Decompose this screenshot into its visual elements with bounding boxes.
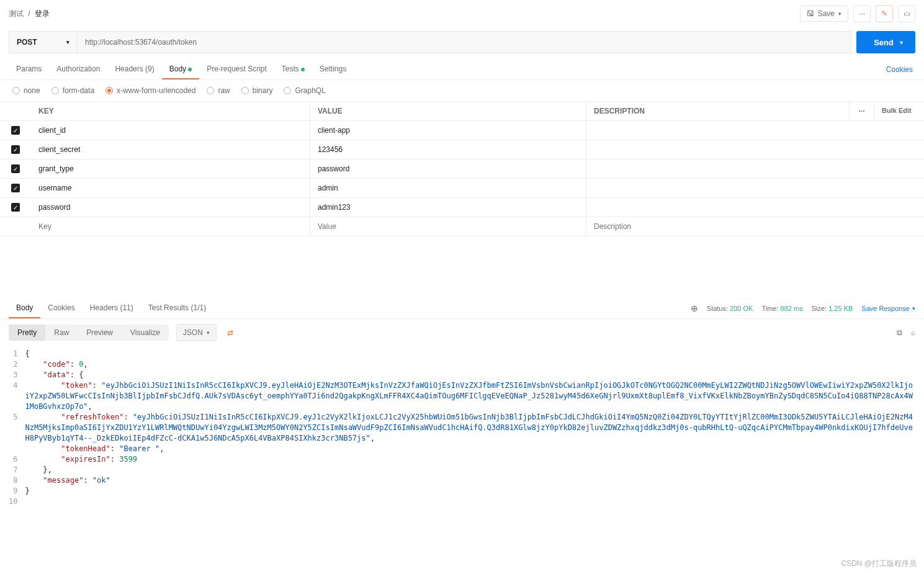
tab-settings[interactable]: Settings	[312, 60, 354, 79]
format-select[interactable]: JSON ▾	[176, 324, 217, 341]
tab-params[interactable]: Params	[9, 60, 49, 79]
table-row[interactable]: ✓client_idclient-app	[0, 121, 924, 140]
params-table: KEY VALUE DESCRIPTION ··· Bulk Edit ✓cli…	[0, 101, 924, 236]
cell-desc[interactable]	[586, 140, 924, 159]
checkbox[interactable]: ✓	[11, 164, 20, 173]
breadcrumb-sep: /	[28, 9, 30, 18]
cookies-link[interactable]: Cookies	[884, 60, 915, 79]
chevron-down-icon: ▾	[838, 11, 841, 17]
method-select[interactable]: POST ▾	[9, 31, 77, 53]
radio-label: x-www-form-urlencoded	[117, 86, 195, 95]
tab-headers-label: Headers	[115, 65, 143, 73]
resp-headers-count: (11)	[120, 303, 133, 312]
cell-value[interactable]: admin	[310, 179, 586, 197]
cell-value[interactable]: client-app	[310, 121, 586, 140]
col-more[interactable]: ···	[850, 102, 874, 120]
resp-tab-body[interactable]: Body	[9, 298, 40, 318]
breadcrumb-current[interactable]: 登录	[35, 9, 50, 18]
radio-label: form-data	[63, 86, 94, 95]
comment-button[interactable]: ▭	[898, 5, 915, 22]
cell-desc[interactable]	[586, 159, 924, 178]
body-formdata[interactable]: form-data	[52, 86, 94, 95]
chevron-down-icon: ▾	[900, 39, 903, 46]
bulk-edit[interactable]: Bulk Edit	[874, 102, 924, 120]
search-icon[interactable]: ⌕	[911, 328, 915, 337]
globe-icon[interactable]: ⊕	[691, 303, 698, 313]
view-raw[interactable]: Raw	[45, 325, 78, 341]
wrap-button[interactable]: ⇄	[222, 324, 239, 341]
save-button[interactable]: 🖫 Save ▾	[800, 6, 848, 22]
time: Time: 882 ms	[761, 305, 802, 312]
body-graphql[interactable]: GraphQL	[284, 86, 325, 95]
chevron-down-icon: ▾	[207, 330, 210, 336]
cell-key[interactable]: grant_type	[31, 159, 310, 178]
tab-body-label: Body	[169, 65, 186, 73]
save-icon: 🖫	[807, 9, 814, 18]
radio-icon	[52, 87, 59, 94]
view-pretty[interactable]: Pretty	[9, 325, 45, 341]
resp-tests-count: (1/1)	[191, 303, 206, 312]
table-row[interactable]: ✓grant_typepassword	[0, 159, 924, 179]
radio-label: none	[24, 86, 40, 95]
radio-icon	[241, 87, 249, 94]
cell-value[interactable]: 123456	[310, 140, 586, 159]
url-input[interactable]	[77, 31, 851, 53]
cell-value[interactable]: password	[310, 159, 586, 178]
cell-desc[interactable]	[586, 179, 924, 197]
resp-headers-label: Headers	[90, 303, 118, 312]
tab-tests-label: Tests	[282, 65, 299, 73]
radio-icon	[12, 87, 20, 94]
key-input[interactable]	[38, 222, 302, 231]
checkbox[interactable]: ✓	[11, 145, 20, 154]
table-row[interactable]: ✓usernameadmin	[0, 179, 924, 198]
save-response[interactable]: Save Response ▾	[861, 305, 915, 312]
checkbox[interactable]: ✓	[11, 126, 20, 135]
save-label: Save	[818, 9, 835, 18]
size: Size: 1.25 KB	[812, 305, 853, 312]
cell-key[interactable]: password	[31, 198, 310, 217]
view-preview[interactable]: Preview	[78, 325, 122, 341]
response-body[interactable]: { "code": 0, "data": { "token": "eyJhbGc…	[25, 349, 915, 507]
tab-headers-count: (9)	[145, 65, 155, 73]
resp-tests-label: Test Results	[148, 303, 189, 312]
col-key: KEY	[31, 102, 310, 120]
table-row[interactable]: ✓passwordadmin123	[0, 198, 924, 217]
dot-indicator	[188, 68, 192, 71]
cell-desc[interactable]	[586, 121, 924, 140]
checkbox[interactable]: ✓	[11, 203, 20, 212]
body-none[interactable]: none	[12, 86, 40, 95]
cell-key[interactable]: client_id	[31, 121, 310, 140]
tab-tests[interactable]: Tests	[274, 60, 312, 79]
cell-desc[interactable]	[586, 198, 924, 217]
tab-body[interactable]: Body	[162, 60, 199, 79]
table-row[interactable]: ✓client_secret123456	[0, 140, 924, 159]
resp-tab-headers[interactable]: Headers (11)	[83, 298, 141, 318]
send-button[interactable]: Send ▾	[856, 31, 915, 53]
checkbox[interactable]: ✓	[11, 184, 20, 192]
body-binary[interactable]: binary	[241, 86, 273, 95]
wrap-icon: ⇄	[227, 328, 233, 337]
col-desc: DESCRIPTION	[586, 102, 850, 120]
method-label: POST	[17, 38, 37, 47]
resp-tab-cookies[interactable]: Cookies	[40, 298, 82, 318]
breadcrumb-root[interactable]: 测试	[9, 9, 24, 18]
desc-input[interactable]	[594, 222, 917, 231]
cell-key[interactable]: username	[31, 179, 310, 197]
send-label: Send	[874, 38, 894, 47]
chevron-down-icon: ▾	[66, 39, 70, 45]
body-raw[interactable]: raw	[207, 86, 230, 95]
value-input[interactable]	[318, 222, 578, 231]
tab-prerequest[interactable]: Pre-request Script	[199, 60, 274, 79]
resp-tab-tests[interactable]: Test Results (1/1)	[141, 298, 213, 318]
body-urlencoded[interactable]: x-www-form-urlencoded	[105, 86, 195, 95]
breadcrumb[interactable]: 测试 / 登录	[9, 9, 50, 19]
cell-key[interactable]: client_secret	[31, 140, 310, 159]
radio-label: GraphQL	[295, 86, 325, 95]
tab-authorization[interactable]: Authorization	[49, 60, 107, 79]
edit-button[interactable]: ✎	[876, 5, 893, 22]
tab-headers[interactable]: Headers (9)	[107, 60, 161, 79]
cell-value[interactable]: admin123	[310, 198, 586, 217]
more-button[interactable]: ···	[853, 5, 871, 22]
view-visualize[interactable]: Visualize	[122, 325, 169, 341]
copy-icon[interactable]: ⧉	[897, 328, 902, 337]
